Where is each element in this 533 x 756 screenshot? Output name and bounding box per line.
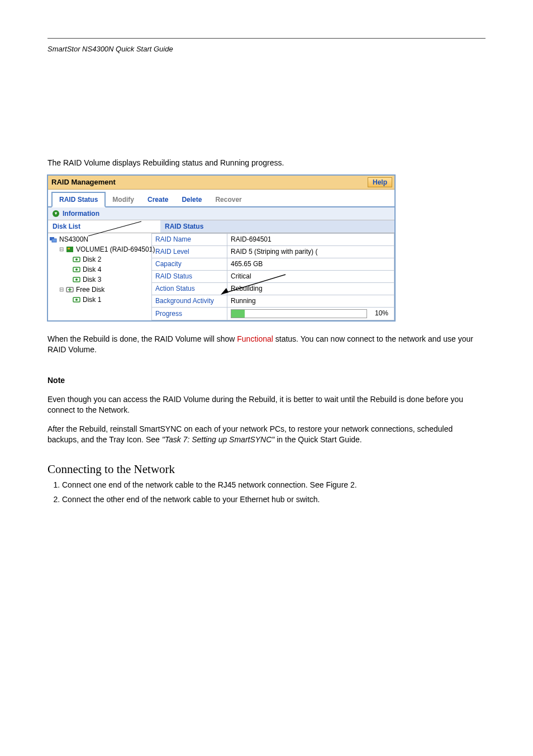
after-panel-paragraph: When the Rebuild is done, the RAID Volum… — [47, 334, 486, 356]
status-label: RAID Level — [152, 245, 227, 258]
table-row: Background ActivityRunning — [152, 295, 394, 307]
status-value: RAID 5 (Striping with parity) ( — [227, 245, 394, 258]
header-disk-list: Disk List — [48, 220, 160, 233]
svg-point-8 — [75, 268, 78, 271]
raid-management-panel: RAID Management Help RAID Status Modify … — [47, 174, 396, 322]
status-label: Background Activity — [152, 295, 227, 307]
status-label: Action Status — [152, 282, 227, 295]
progress-percent: 10% — [367, 309, 391, 318]
information-label[interactable]: Information — [63, 210, 99, 218]
section-heading: Connecting to the Network — [47, 462, 486, 476]
column-headers: Disk List RAID Status — [48, 220, 394, 233]
free-disk-group-icon — [66, 286, 74, 294]
progress-bar — [231, 309, 367, 318]
volume-icon — [66, 245, 74, 253]
status-value: RAID-694501 — [227, 233, 394, 245]
tree-disk[interactable]: Disk 3 — [49, 275, 150, 285]
panel-title: RAID Management — [51, 178, 116, 186]
tab-recover[interactable]: Recover — [208, 193, 248, 206]
tree-volume[interactable]: ⊟ VOLUME1 (RAID-694501) — [49, 244, 150, 254]
tree-free-disk[interactable]: Disk 1 — [49, 295, 150, 305]
table-row: RAID NameRAID-694501 — [152, 233, 394, 245]
steps-list: Connect one end of the network cable to … — [47, 480, 486, 505]
progress-label: Progress — [152, 307, 227, 320]
progress-cell: 10% — [227, 307, 394, 320]
tabs-row: RAID Status Modify Create Delete Recover — [48, 190, 394, 207]
svg-line-0 — [88, 221, 141, 236]
disk-icon — [73, 276, 80, 284]
tree-free-disk-group[interactable]: ⊟ Free Disk — [49, 285, 150, 295]
tab-raid-status[interactable]: RAID Status — [51, 192, 106, 207]
tree-disk[interactable]: Disk 4 — [49, 264, 150, 275]
svg-line-16 — [226, 275, 285, 292]
note-block: Note Even though you can access the RAID… — [47, 375, 486, 446]
annotation-arrow-icon — [88, 220, 144, 237]
doc-header: SmartStor NS4300N Quick Start Guide — [47, 44, 486, 54]
table-row-progress: Progress10% — [152, 307, 394, 320]
annotation-arrow-icon — [220, 273, 287, 296]
svg-rect-2 — [52, 239, 56, 242]
table-row: RAID LevelRAID 5 (Striping with parity) … — [152, 245, 394, 258]
tab-delete[interactable]: Delete — [175, 193, 208, 206]
nas-icon — [49, 235, 57, 243]
panel-title-bar: RAID Management Help — [48, 176, 394, 190]
disk-tree: NS4300N ⊟ VOLUME1 (RAID-694501) Disk 2 D… — [48, 233, 151, 320]
status-value: 465.65 GB — [227, 258, 394, 270]
tree-disk[interactable]: Disk 2 — [49, 254, 150, 264]
disk-icon — [73, 266, 80, 273]
disk-icon — [73, 296, 80, 304]
information-subtab-row: ▾ Information — [48, 207, 394, 220]
help-button[interactable]: Help — [368, 177, 392, 187]
dropdown-arrow-icon[interactable]: ▾ — [53, 210, 59, 217]
intro-paragraph: The RAID Volume displays Rebuilding stat… — [47, 158, 486, 169]
disk-icon — [73, 256, 80, 263]
svg-point-15 — [75, 299, 78, 301]
status-label: RAID Status — [152, 270, 227, 282]
status-label: Capacity — [152, 258, 227, 270]
table-row: Capacity465.65 GB — [152, 258, 394, 270]
svg-point-10 — [75, 278, 78, 281]
svg-marker-17 — [221, 288, 229, 295]
tab-modify[interactable]: Modify — [106, 193, 141, 206]
status-label: RAID Name — [152, 233, 227, 245]
tab-create[interactable]: Create — [141, 193, 175, 206]
svg-rect-4 — [68, 248, 70, 249]
status-value: Running — [227, 295, 394, 307]
header-raid-status: RAID Status — [160, 220, 394, 233]
svg-point-6 — [75, 258, 78, 261]
